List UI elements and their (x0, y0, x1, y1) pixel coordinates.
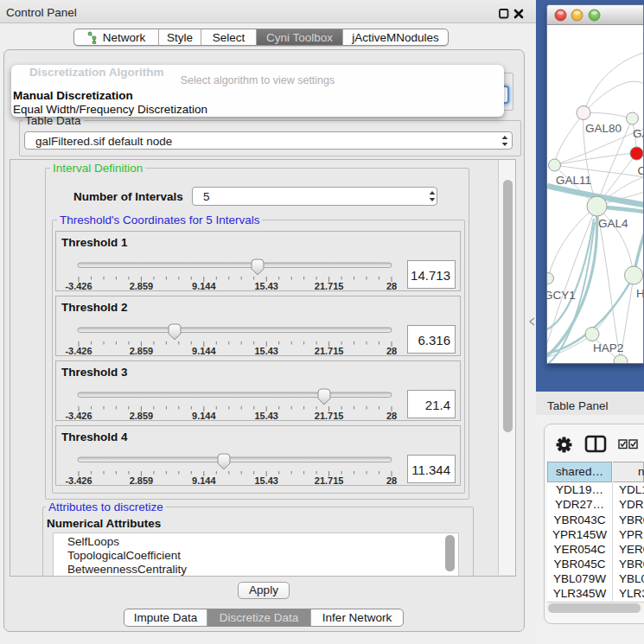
svg-text:-3.426: -3.426 (65, 475, 92, 486)
svg-text:C: C (638, 164, 644, 177)
svg-text:2.859: 2.859 (130, 411, 154, 421)
svg-text:15.43: 15.43 (254, 281, 278, 291)
svg-text:2.859: 2.859 (130, 281, 154, 291)
svg-text:15.43: 15.43 (254, 346, 278, 356)
svg-text:H: H (636, 287, 644, 300)
svg-text:21.715: 21.715 (315, 346, 344, 356)
svg-text:GA: GA (633, 127, 644, 140)
svg-text:15.43: 15.43 (254, 411, 278, 421)
svg-text:9.144: 9.144 (192, 281, 216, 291)
svg-text:2.859: 2.859 (130, 475, 154, 486)
svg-text:GAL4: GAL4 (598, 217, 628, 230)
svg-text:9.144: 9.144 (192, 411, 216, 421)
svg-text:15.43: 15.43 (254, 475, 278, 486)
svg-text:21.715: 21.715 (315, 475, 344, 486)
svg-text:GAL11: GAL11 (556, 174, 591, 187)
svg-text:21.715: 21.715 (315, 281, 344, 291)
svg-text:2.859: 2.859 (130, 346, 154, 356)
svg-text:-3.426: -3.426 (65, 346, 92, 356)
svg-text:-3.426: -3.426 (65, 411, 92, 421)
svg-text:28: 28 (386, 346, 397, 356)
svg-text:21.715: 21.715 (315, 411, 344, 421)
svg-text:28: 28 (386, 475, 397, 486)
svg-text:28: 28 (386, 411, 397, 421)
svg-text:9.144: 9.144 (192, 475, 216, 486)
svg-text:GCY1: GCY1 (547, 289, 576, 302)
svg-text:9.144: 9.144 (192, 346, 216, 356)
svg-text:HAP2: HAP2 (593, 341, 623, 354)
svg-text:GAL80: GAL80 (585, 122, 622, 135)
svg-text:-3.426: -3.426 (65, 281, 92, 291)
svg-text:28: 28 (386, 281, 397, 291)
